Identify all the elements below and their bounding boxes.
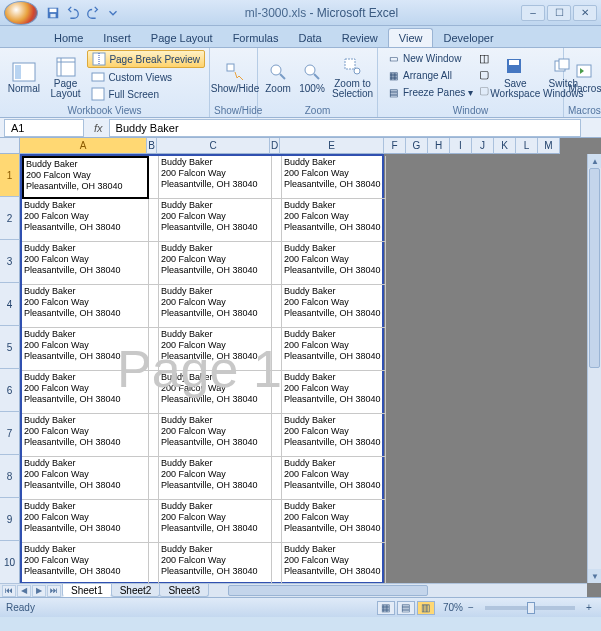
tab-nav-prev[interactable]: ◀ [17, 585, 31, 597]
cell[interactable] [272, 543, 282, 583]
cell[interactable] [149, 242, 159, 285]
tab-page-layout[interactable]: Page Layout [141, 29, 223, 47]
cell[interactable]: Buddy Baker200 Falcon WayPleasantville, … [22, 457, 149, 500]
cell[interactable]: Buddy Baker200 Falcon WayPleasantville, … [159, 199, 272, 242]
tab-nav-last[interactable]: ⏭ [47, 585, 61, 597]
col-header-B[interactable]: B [147, 138, 157, 154]
hscroll-track[interactable] [228, 584, 587, 597]
cell[interactable]: Buddy Baker200 Falcon WayPleasantville, … [159, 328, 272, 371]
cell[interactable] [272, 242, 282, 285]
pagelayout-view-btn[interactable]: ▤ [397, 601, 415, 615]
cell[interactable]: Buddy Baker200 Falcon WayPleasantville, … [159, 156, 272, 199]
cell[interactable]: Buddy Baker200 Falcon WayPleasantville, … [22, 543, 149, 583]
cell[interactable]: Buddy Baker200 Falcon WayPleasantville, … [22, 242, 149, 285]
tab-nav-first[interactable]: ⏮ [2, 585, 16, 597]
hscroll-thumb[interactable] [228, 585, 428, 596]
close-button[interactable]: ✕ [573, 5, 597, 21]
cell[interactable]: Buddy Baker200 Falcon WayPleasantville, … [282, 371, 386, 414]
row-header-4[interactable]: 4 [0, 283, 20, 326]
maximize-button[interactable]: ☐ [547, 5, 571, 21]
redo-icon[interactable] [84, 4, 102, 22]
row-header-10[interactable]: 10 [0, 541, 20, 584]
cell[interactable]: Buddy Baker200 Falcon WayPleasantville, … [159, 285, 272, 328]
zoom-slider[interactable] [485, 606, 575, 610]
cell[interactable] [272, 414, 282, 457]
vertical-scrollbar[interactable]: ▲ ▼ [587, 154, 601, 583]
pagebreak-view-btn[interactable]: ▥ [417, 601, 435, 615]
zoom-handle[interactable] [527, 602, 535, 614]
cell[interactable]: Buddy Baker200 Falcon WayPleasantville, … [22, 156, 149, 199]
cell[interactable] [272, 199, 282, 242]
tab-review[interactable]: Review [332, 29, 388, 47]
tab-nav-next[interactable]: ▶ [32, 585, 46, 597]
cell[interactable]: Buddy Baker200 Falcon WayPleasantville, … [282, 156, 386, 199]
cell[interactable] [149, 371, 159, 414]
col-header-E[interactable]: E [280, 138, 384, 154]
cell[interactable] [272, 156, 282, 199]
arrange-all-button[interactable]: ▦Arrange All [382, 67, 477, 83]
new-window-button[interactable]: ▭New Window [382, 50, 477, 66]
cell[interactable]: Buddy Baker200 Falcon WayPleasantville, … [22, 199, 149, 242]
cell[interactable] [272, 328, 282, 371]
minimize-button[interactable]: – [521, 5, 545, 21]
cell[interactable]: Buddy Baker200 Falcon WayPleasantville, … [282, 414, 386, 457]
col-header-D[interactable]: D [270, 138, 280, 154]
macros-button[interactable]: Macros [568, 50, 601, 104]
normal-button[interactable]: Normal [4, 50, 44, 104]
vscroll-thumb[interactable] [589, 168, 600, 368]
page-break-preview-button[interactable]: Page Break Preview [87, 50, 205, 68]
cell[interactable] [272, 457, 282, 500]
scroll-up-icon[interactable]: ▲ [588, 154, 601, 168]
cell[interactable]: Buddy Baker200 Falcon WayPleasantville, … [159, 242, 272, 285]
page-layout-button[interactable]: Page Layout [46, 50, 86, 104]
undo-icon[interactable] [64, 4, 82, 22]
unhide-icon[interactable]: ▢ [479, 84, 489, 97]
sheet-tab-sheet2[interactable]: Sheet2 [111, 584, 161, 597]
cell[interactable] [149, 500, 159, 543]
zoom-percent[interactable]: 70% [443, 602, 463, 613]
cell[interactable] [149, 156, 159, 199]
name-box[interactable]: A1 [4, 119, 84, 137]
cell[interactable] [149, 328, 159, 371]
tab-formulas[interactable]: Formulas [223, 29, 289, 47]
col-header-M[interactable]: M [538, 138, 560, 154]
col-header-C[interactable]: C [157, 138, 270, 154]
qat-dropdown-icon[interactable] [104, 4, 122, 22]
col-header-J[interactable]: J [472, 138, 494, 154]
tab-data[interactable]: Data [288, 29, 331, 47]
cell[interactable] [272, 285, 282, 328]
cell[interactable]: Buddy Baker200 Falcon WayPleasantville, … [22, 371, 149, 414]
tab-insert[interactable]: Insert [93, 29, 141, 47]
cell[interactable] [149, 199, 159, 242]
cell[interactable]: Buddy Baker200 Falcon WayPleasantville, … [159, 457, 272, 500]
cell[interactable]: Buddy Baker200 Falcon WayPleasantville, … [282, 285, 386, 328]
col-header-K[interactable]: K [494, 138, 516, 154]
cell[interactable]: Buddy Baker200 Falcon WayPleasantville, … [22, 285, 149, 328]
cell[interactable] [272, 500, 282, 543]
zoom-out-button[interactable]: − [465, 602, 477, 613]
col-header-L[interactable]: L [516, 138, 538, 154]
col-header-A[interactable]: A [20, 138, 147, 154]
cell[interactable]: Buddy Baker200 Falcon WayPleasantville, … [282, 543, 386, 583]
normal-view-btn[interactable]: ▦ [377, 601, 395, 615]
hide-icon[interactable]: ▢ [479, 68, 489, 81]
cell[interactable]: Buddy Baker200 Falcon WayPleasantville, … [22, 414, 149, 457]
split-icon[interactable]: ◫ [479, 52, 489, 65]
cell[interactable]: Buddy Baker200 Falcon WayPleasantville, … [22, 328, 149, 371]
row-header-1[interactable]: 1 [0, 154, 20, 197]
full-screen-button[interactable]: Full Screen [87, 86, 205, 102]
cell[interactable]: Buddy Baker200 Falcon WayPleasantville, … [159, 500, 272, 543]
row-header-8[interactable]: 8 [0, 455, 20, 498]
select-all-corner[interactable] [0, 138, 20, 154]
tab-home[interactable]: Home [44, 29, 93, 47]
zoom-selection-button[interactable]: Zoom to Selection [330, 50, 375, 104]
cell[interactable]: Buddy Baker200 Falcon WayPleasantville, … [282, 328, 386, 371]
col-header-H[interactable]: H [428, 138, 450, 154]
cell[interactable]: Buddy Baker200 Falcon WayPleasantville, … [282, 242, 386, 285]
scroll-down-icon[interactable]: ▼ [588, 569, 601, 583]
sheet-tab-sheet1[interactable]: Sheet1 [62, 584, 112, 597]
cell[interactable]: Buddy Baker200 Falcon WayPleasantville, … [282, 457, 386, 500]
cell[interactable]: Buddy Baker200 Falcon WayPleasantville, … [22, 500, 149, 543]
cell[interactable]: Buddy Baker200 Falcon WayPleasantville, … [282, 500, 386, 543]
row-header-9[interactable]: 9 [0, 498, 20, 541]
